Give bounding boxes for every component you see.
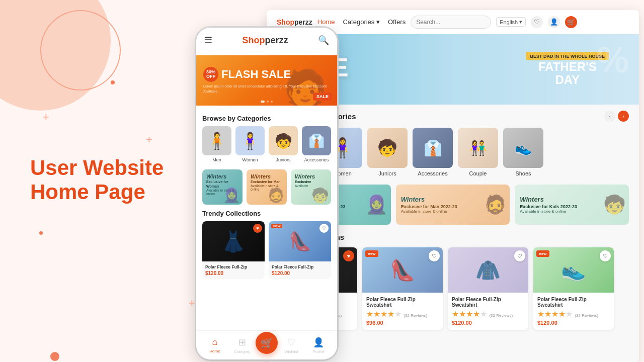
category-couple[interactable]: 👫 Couple — [458, 128, 498, 176]
stars-2: ★★★★ — [452, 310, 480, 318]
left-text-block: User Website Home Page — [30, 156, 191, 205]
profile-label: Profile — [313, 349, 325, 354]
price-2: $120.00 — [452, 320, 524, 326]
reviews-3: (32 Reviews) — [575, 313, 598, 318]
mobile-cat-women[interactable]: 🧍‍♀️ Women — [235, 126, 265, 162]
account-icon-btn[interactable]: 👤 — [548, 16, 560, 28]
reviews-1: (32 Reviews) — [404, 313, 427, 318]
heart-btn-1[interactable]: ♡ — [429, 250, 440, 261]
category-juniors[interactable]: 🧒 Juniors — [367, 128, 408, 176]
bg-circle-outline — [40, 10, 121, 90]
home-label: Home — [209, 349, 220, 353]
winter-title-man: Winters — [401, 196, 457, 203]
mobile-nav-wishlist[interactable]: ♡ Wishlist — [278, 337, 305, 354]
desktop-search-input[interactable] — [411, 16, 491, 29]
hamburger-icon[interactable]: ☰ — [204, 35, 212, 46]
plus-sign-4: + — [189, 297, 195, 310]
new-badge-1: new — [365, 250, 378, 257]
mobile-trendy-title: Trendy Collections — [202, 210, 331, 217]
mobile-hero-subtitle: Lorem ipsum dolor sit amet consectetur a… — [203, 84, 330, 94]
nav-categories[interactable]: Categories ▾ — [343, 18, 379, 26]
mobile-logo-shop: Shop — [242, 35, 265, 45]
mobile-product-0: 👗 ♥ Polar Fleece Full-Zip $120.00 — [202, 221, 265, 279]
reviews-2: (32 Reviews) — [489, 313, 513, 318]
winter-subtitle-kids: Exclusive for Kids 2022-23 — [520, 204, 577, 209]
wishlist-icon-btn[interactable]: ♡ — [531, 16, 543, 28]
nav-inner: Shopperzz Home Categories ▾ Offers Engli… — [277, 16, 577, 29]
mobile-heart-0[interactable]: ♥ — [253, 224, 262, 233]
mobile-logo: Shopperzz — [242, 35, 288, 46]
category-shoes-label: Shoes — [515, 170, 531, 176]
mobile-nav-home[interactable]: ⌂ Home — [201, 337, 228, 353]
winter-banner-man: Winters Exclusive for Man 2022-23 Availa… — [396, 185, 510, 225]
category-juniors-img: 🧒 — [367, 128, 408, 168]
mobile-heart-1[interactable]: ♡ — [319, 224, 329, 233]
nav-links: Home Categories ▾ Offers — [317, 18, 406, 26]
mobile-cat-label-men: Men — [212, 157, 221, 162]
cart-icon-btn[interactable]: 🛒 — [565, 16, 577, 28]
mobile-search-icon[interactable]: 🔍 — [318, 35, 329, 46]
category-accessories-label: Accessories — [418, 170, 447, 176]
mobile-nav-profile[interactable]: 👤 Profile — [305, 337, 332, 354]
mobile-cat-men[interactable]: 🧍 Men — [202, 126, 231, 162]
price-3: $120.00 — [537, 320, 610, 326]
categories-prev-btn[interactable]: ‹ — [604, 111, 615, 122]
product-img-1: 👠 new ♡ — [362, 247, 443, 293]
mobile-cat-juniors[interactable]: 🧒 Juniors — [269, 126, 298, 162]
category-couple-label: Couple — [469, 170, 487, 176]
heading-line2: Home Page — [30, 180, 145, 204]
mobile-cat-label-accessories: Accessories — [304, 157, 329, 162]
category-accessories-img: 👔 — [413, 128, 453, 168]
heart-btn-0[interactable]: ♥ — [343, 250, 354, 261]
mobile-hero-banner: 30% OFF FLASH SALE Lorem ipsum dolor sit… — [196, 55, 337, 106]
mobile-winter-title-woman: Winters — [206, 173, 238, 179]
mobile-cart-center-btn[interactable]: 🛒 — [256, 332, 278, 354]
mobile-product-info-0: Polar Fleece Full-Zip $120.00 — [202, 261, 265, 279]
heart-btn-2[interactable]: ♡ — [514, 250, 525, 261]
heart-btn-3[interactable]: ♡ — [600, 250, 611, 261]
category-shoes[interactable]: 👟 Shoes — [503, 128, 543, 176]
category-juniors-label: Juniors — [378, 170, 396, 176]
bg-dot-2 — [39, 231, 43, 235]
dot-2 — [271, 101, 273, 103]
stars-3: ★★★★ — [537, 310, 566, 318]
bg-dot-4 — [50, 352, 59, 361]
winter-subtitle-man: Exclusive for Man 2022-23 — [401, 204, 457, 209]
mobile-product-name-0: Polar Fleece Full-Zip — [205, 264, 262, 269]
winter-banner-kids: Winters Exclusive for Kids 2022-23 Avail… — [515, 185, 629, 225]
logo-perzz-part: perzz — [294, 18, 312, 26]
nav-offers[interactable]: Offers — [388, 18, 406, 26]
product-card-3: 👟 new ♡ Polar Fleece Full-Zip Sweatshirt… — [533, 247, 614, 330]
nav-home[interactable]: Home — [317, 18, 335, 26]
mobile-logo-perzz: perzz — [265, 35, 288, 45]
desktop-logo: Shopperzz — [277, 18, 312, 26]
wishlist-label: Wishlist — [284, 349, 298, 354]
categories-next-btn[interactable]: › — [618, 111, 629, 122]
mobile-header: ☰ Shopperzz 🔍 — [196, 28, 337, 51]
logo-shop-part: Shop — [277, 18, 294, 26]
plus-sign-1: + — [43, 111, 49, 124]
mobile-product-name-1: Polar Fleece Full-Zip — [272, 264, 328, 269]
category-icon: ⊞ — [238, 337, 246, 348]
mobile-bottom-nav: ⌂ Home ⊞ Category 🛒 ♡ Wishlist 👤 Profile — [196, 330, 337, 359]
winter-text-man: Winters Exclusive for Man 2022-23 Availa… — [401, 196, 457, 214]
mobile-winter-woman: Winters Exclusive for Woman Available in… — [202, 169, 243, 205]
dot-active — [261, 101, 265, 103]
winter-title-kids: Winters — [520, 196, 577, 203]
bg-dot-1 — [111, 80, 115, 84]
mobile-hero-content: 30% OFF FLASH SALE Lorem ipsum dolor sit… — [196, 62, 337, 99]
category-accessories[interactable]: 👔 Accessories — [413, 128, 453, 176]
mobile-trendy-row: 👗 ♥ Polar Fleece Full-Zip $120.00 👠 New … — [202, 221, 331, 279]
mobile-new-badge-1: New — [271, 224, 282, 228]
price-1: $96.00 — [366, 320, 439, 326]
mobile-cat-accessories[interactable]: 👔 Accessories — [302, 126, 331, 162]
mobile-categories-row: 🧍 Men 🧍‍♀️ Women 🧒 Juniors 👔 — [202, 126, 331, 164]
language-selector[interactable]: English ▾ — [496, 17, 526, 27]
winter-avail-kids: Available in store & online — [520, 209, 577, 214]
mobile-winter-sub-man: Exclusive for Man — [251, 179, 283, 184]
winter-avail-man: Available in store & online — [401, 209, 457, 214]
product-name-2: Polar Fleece Full-Zip Sweatshirt — [452, 297, 524, 308]
category-couple-img: 👫 — [458, 128, 498, 168]
mobile-winter-sub-kids: Exclusive — [295, 179, 327, 184]
mobile-nav-category[interactable]: ⊞ Category — [228, 337, 256, 354]
